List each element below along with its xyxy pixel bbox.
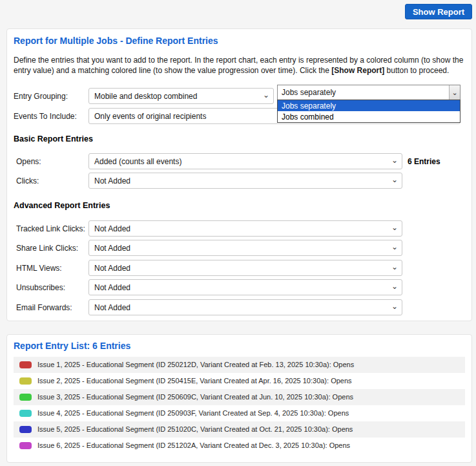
panel-description: Define the entries that you want to add … xyxy=(14,55,466,76)
email-forwards-value: Not Added xyxy=(94,303,130,312)
events-to-include-label: Events To Include: xyxy=(14,112,77,121)
color-swatch xyxy=(19,377,32,385)
chevron-down-icon: ⌄ xyxy=(391,302,398,311)
panel-title: Report for Multiple Jobs - Define Report… xyxy=(14,36,218,46)
clicks-label: Clicks: xyxy=(16,176,39,185)
unsubscribes-select[interactable]: Not Added ⌄ xyxy=(88,279,402,295)
report-entry-row: Issue 4, 2025 - Educational Segment (ID … xyxy=(14,405,465,421)
opens-select[interactable]: Added (counts all events) ⌄ xyxy=(88,153,402,169)
entry-grouping-jobs-value: Jobs separately xyxy=(282,88,336,97)
chevron-down-icon: ⌄ xyxy=(391,156,398,165)
share-link-clicks-select[interactable]: Not Added ⌄ xyxy=(88,240,402,256)
unsubscribes-value: Not Added xyxy=(94,283,130,292)
email-forwards-label: Email Forwards: xyxy=(16,303,72,312)
report-entry-text: Issue 4, 2025 - Educational Segment (ID … xyxy=(37,405,462,421)
entry-grouping-label: Entry Grouping: xyxy=(14,92,68,101)
report-entry-text: Issue 1, 2025 - Educational Segment (ID … xyxy=(37,357,462,373)
color-swatch xyxy=(19,426,32,433)
define-report-entries-panel: Report for Multiple Jobs - Define Report… xyxy=(6,28,472,321)
report-entry-text: Issue 2, 2025 - Educational Segment (ID … xyxy=(37,373,462,389)
color-swatch xyxy=(19,361,32,368)
chevron-down-icon: ⌄ xyxy=(263,90,269,100)
entry-grouping-device-select[interactable]: Mobile and desktop combined ⌄ xyxy=(88,88,274,104)
chevron-down-icon: ⌄ xyxy=(391,282,398,291)
share-link-clicks-value: Not Added xyxy=(94,244,130,253)
dropdown-option-jobs-combined[interactable]: Jobs combined xyxy=(278,111,460,122)
chevron-down-icon: ⌄ xyxy=(391,175,398,184)
chevron-down-icon: ⌄ xyxy=(391,223,398,232)
html-views-value: Not Added xyxy=(94,264,130,273)
report-entry-row: Issue 3, 2025 - Educational Segment (ID … xyxy=(14,389,465,405)
report-entry-row: Issue 2, 2025 - Educational Segment (ID … xyxy=(14,373,465,389)
opens-value: Added (counts all events) xyxy=(94,157,181,166)
email-forwards-select[interactable]: Not Added ⌄ xyxy=(88,299,402,315)
color-swatch xyxy=(19,442,32,449)
opens-entries-count: 6 Entries xyxy=(408,157,440,166)
description-text-end: button to proceed. xyxy=(384,66,449,75)
tracked-link-clicks-value: Not Added xyxy=(94,224,130,233)
entry-grouping-jobs-select[interactable]: Jobs separately ⌄ xyxy=(277,85,460,100)
opens-label: Opens: xyxy=(16,157,41,166)
chevron-down-icon: ⌄ xyxy=(391,262,398,271)
advanced-report-entries-title: Advanced Report Entries xyxy=(14,201,110,210)
color-swatch xyxy=(19,410,32,417)
report-entry-row: Issue 1, 2025 - Educational Segment (ID … xyxy=(14,357,465,373)
dropdown-option-jobs-separately[interactable]: Jobs separately xyxy=(278,100,460,111)
report-entry-row: Issue 6, 2025 - Educational Segment (ID … xyxy=(14,438,465,454)
color-swatch xyxy=(19,394,32,401)
report-entry-text: Issue 6, 2025 - Educational Segment (ID … xyxy=(37,438,462,454)
basic-report-entries-title: Basic Report Entries xyxy=(14,134,93,143)
share-link-clicks-label: Share Link Clicks: xyxy=(16,244,78,253)
report-entry-text: Issue 5, 2025 - Educational Segment (ID … xyxy=(37,421,462,438)
description-bold-show-report: [Show Report] xyxy=(331,66,384,75)
report-entry-text: Issue 3, 2025 - Educational Segment (ID … xyxy=(37,389,462,405)
clicks-value: Not Added xyxy=(94,176,130,185)
events-to-include-value: Only events of original recipients xyxy=(94,112,206,121)
tracked-link-clicks-select[interactable]: Not Added ⌄ xyxy=(88,220,402,237)
report-entry-row: Issue 5, 2025 - Educational Segment (ID … xyxy=(14,421,465,438)
html-views-select[interactable]: Not Added ⌄ xyxy=(88,260,402,276)
report-entry-list-panel: Report Entry List: 6 Entries Issue 1, 20… xyxy=(6,334,472,463)
entry-list-title: Report Entry List: 6 Entries xyxy=(14,341,130,351)
jobs-grouping-dropdown-list: Jobs separately Jobs combined xyxy=(277,100,460,123)
report-definition-page: { "header": { "show_report_label": "Show… xyxy=(0,0,476,466)
unsubscribes-label: Unsubscribes: xyxy=(16,283,65,292)
chevron-down-icon: ⌄ xyxy=(391,242,398,251)
entry-grouping-device-value: Mobile and desktop combined xyxy=(94,92,197,101)
tracked-link-clicks-label: Tracked Link Clicks: xyxy=(16,224,85,233)
html-views-label: HTML Views: xyxy=(16,264,62,273)
clicks-select[interactable]: Not Added ⌄ xyxy=(88,173,402,189)
show-report-button[interactable]: Show Report xyxy=(405,4,472,19)
chevron-down-icon[interactable]: ⌄ xyxy=(449,85,460,100)
